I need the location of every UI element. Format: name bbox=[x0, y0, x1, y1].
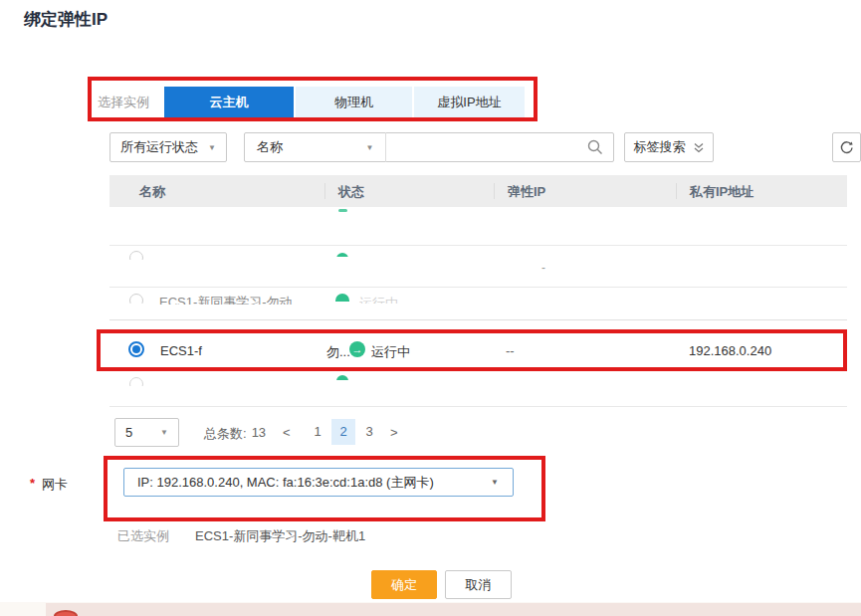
search-field-dropdown[interactable]: 名称 ▼ bbox=[245, 138, 385, 156]
nic-field-label: 网卡 bbox=[42, 476, 68, 494]
status-running-icon bbox=[336, 375, 349, 380]
status-filter-value: 所有运行状态 bbox=[120, 138, 198, 156]
status-running-icon bbox=[335, 294, 350, 302]
selected-row-name-truncated: 勿... bbox=[326, 343, 350, 361]
page-size-dropdown[interactable]: 5 ▼ bbox=[114, 418, 179, 447]
selected-row-status: 运行中 bbox=[371, 343, 410, 361]
confirm-button[interactable]: 确定 bbox=[371, 570, 437, 599]
page-button-2-active[interactable]: 2 bbox=[331, 419, 355, 445]
search-field-value: 名称 bbox=[257, 138, 283, 156]
nic-select-dropdown[interactable]: IP: 192.168.0.240, MAC: fa:16:3e:cd:1a:d… bbox=[123, 468, 514, 497]
name-search-combo: 名称 ▼ bbox=[244, 132, 614, 162]
page-button-1[interactable]: 1 bbox=[306, 419, 329, 445]
divider bbox=[109, 245, 847, 246]
tag-search-label: 标签搜索 bbox=[634, 138, 686, 156]
chevron-down-icon: ▼ bbox=[208, 143, 216, 152]
status-running-icon bbox=[336, 253, 349, 257]
double-chevron-down-icon bbox=[693, 141, 705, 154]
background-red-circle bbox=[54, 610, 78, 616]
search-icon[interactable] bbox=[577, 139, 613, 155]
total-count-value: 13 bbox=[252, 425, 266, 443]
instance-selector-label: 选择实例 bbox=[98, 94, 149, 111]
divider bbox=[109, 406, 847, 407]
refresh-button[interactable] bbox=[832, 132, 861, 162]
tab-virtual-ip[interactable]: 虚拟IP地址 bbox=[413, 87, 525, 117]
chevron-down-icon: ▼ bbox=[160, 428, 168, 437]
tab-physical-machine[interactable]: 物理机 bbox=[295, 87, 412, 117]
nic-select-value: IP: 192.168.0.240, MAC: fa:16:3e:cd:1a:d… bbox=[137, 474, 434, 492]
column-header-eip: 弹性IP bbox=[508, 183, 545, 201]
cancel-button[interactable]: 取消 bbox=[445, 570, 512, 599]
divider bbox=[109, 319, 847, 320]
row-status-partial: 运行中 bbox=[359, 295, 409, 304]
chevron-down-icon: ▼ bbox=[365, 143, 373, 152]
total-count: 总条数: 13 bbox=[204, 425, 266, 443]
page-button-3[interactable]: 3 bbox=[357, 419, 381, 445]
selected-instance-label: 已选实例 bbox=[117, 527, 169, 545]
status-running-icon bbox=[338, 209, 347, 212]
tab-cloud-host[interactable]: 云主机 bbox=[164, 87, 294, 117]
chevron-down-icon: ▼ bbox=[491, 478, 499, 487]
row-radio[interactable] bbox=[129, 377, 145, 386]
row-name-partial: ECS1-新同事学习-勿动 bbox=[159, 294, 309, 305]
required-asterisk: * bbox=[30, 476, 35, 491]
row-radio[interactable] bbox=[129, 251, 145, 260]
row-radio-selected[interactable] bbox=[128, 341, 144, 357]
next-page-button[interactable]: > bbox=[390, 425, 398, 440]
tag-search-button[interactable]: 标签搜索 bbox=[624, 132, 714, 162]
column-header-private-ip: 私有IP地址 bbox=[690, 183, 753, 201]
prev-page-button[interactable]: < bbox=[283, 425, 291, 440]
column-header-name: 名称 bbox=[139, 183, 165, 201]
selected-instance-value: ECS1-新同事学习-勿动-靶机1 bbox=[195, 527, 365, 545]
selected-row-eip: -- bbox=[506, 343, 515, 358]
bind-eip-dialog: 绑定弹性IP 选择实例 云主机 物理机 虚拟IP地址 所有运行状态 ▼ 名称 ▼… bbox=[0, 0, 861, 616]
status-filter-dropdown[interactable]: 所有运行状态 ▼ bbox=[109, 132, 227, 162]
selected-row-private-ip: 192.168.0.240 bbox=[689, 343, 771, 358]
page-title: 绑定弹性IP bbox=[24, 8, 108, 31]
divider bbox=[676, 183, 677, 199]
divider bbox=[494, 183, 495, 199]
background-strip-pink bbox=[46, 603, 861, 616]
column-header-status: 状态 bbox=[338, 183, 364, 201]
total-count-label: 总条数: bbox=[204, 425, 247, 443]
selected-row-name: ECS1-f bbox=[160, 343, 202, 358]
divider bbox=[324, 183, 325, 199]
status-running-icon: → bbox=[349, 341, 365, 357]
refresh-icon bbox=[839, 140, 854, 155]
search-input[interactable] bbox=[386, 133, 577, 161]
eip-value: - bbox=[541, 261, 545, 275]
divider bbox=[109, 287, 847, 288]
page-size-value: 5 bbox=[125, 425, 132, 440]
row-radio[interactable] bbox=[129, 294, 145, 304]
